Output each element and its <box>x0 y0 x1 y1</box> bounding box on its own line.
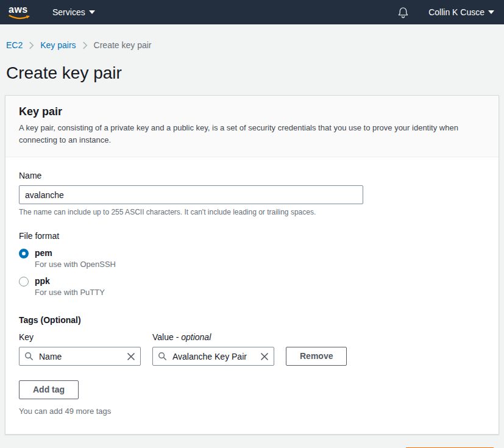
radio-pem-label: pem <box>35 248 116 258</box>
aws-smile-icon <box>9 15 32 20</box>
user-name: Collin K Cusce <box>428 7 484 17</box>
tag-key-label: Key <box>19 332 141 342</box>
user-account-menu[interactable]: Collin K Cusce <box>428 7 494 17</box>
topnav-right-group: Collin K Cusce <box>397 7 495 18</box>
name-field-label: Name <box>19 171 486 180</box>
close-icon <box>127 352 135 361</box>
remove-tag-button[interactable]: Remove <box>286 347 347 366</box>
key-pair-name-input[interactable] <box>19 185 363 204</box>
clear-value-button[interactable] <box>260 352 269 361</box>
page-title: Create key pair <box>6 63 504 83</box>
panel-header: Key pair A key pair, consisting of a pri… <box>5 96 499 157</box>
search-icon <box>158 352 167 361</box>
breadcrumb-separator-icon <box>82 41 88 49</box>
radio-ppk-label: ppk <box>35 276 105 286</box>
radio-unselected-icon[interactable] <box>19 277 29 286</box>
breadcrumb-current: Create key pair <box>94 40 152 50</box>
services-menu-label: Services <box>52 7 85 17</box>
breadcrumb-link-ec2[interactable]: EC2 <box>6 40 23 50</box>
tag-value-label: Value - optional <box>152 332 274 342</box>
tag-key-input[interactable] <box>38 351 122 362</box>
tags-section-label: Tags (Optional) <box>19 315 486 325</box>
radio-option-ppk[interactable]: ppk For use with PuTTY <box>19 276 486 297</box>
breadcrumb: EC2 Key pairs Create key pair <box>6 40 504 50</box>
radio-pem-description: For use with OpenSSH <box>35 260 116 269</box>
tags-row: Key Value - optional <box>19 332 486 366</box>
radio-ppk-description: For use with PuTTY <box>35 288 105 297</box>
panel-description: A key pair, consisting of a private key … <box>19 122 486 146</box>
name-field-help-text: The name can include up to 255 ASCII cha… <box>19 208 486 216</box>
search-icon <box>24 352 34 361</box>
radio-selected-icon[interactable] <box>19 249 29 258</box>
radio-option-pem[interactable]: pem For use with OpenSSH <box>19 248 486 269</box>
aws-logo-text: aws <box>9 4 32 15</box>
chevron-down-icon <box>89 10 95 14</box>
tag-value-input-wrap <box>152 347 274 366</box>
tag-value-input[interactable] <box>171 351 256 362</box>
breadcrumb-link-key-pairs[interactable]: Key pairs <box>40 40 76 50</box>
add-tag-button[interactable]: Add tag <box>19 380 79 399</box>
breadcrumb-separator-icon <box>29 41 34 49</box>
panel-body: Name The name can include up to 255 ASCI… <box>5 157 499 434</box>
panel-title: Key pair <box>19 105 486 118</box>
chevron-down-icon <box>488 10 494 14</box>
key-pair-panel: Key pair A key pair, consisting of a pri… <box>5 95 499 435</box>
tag-key-input-wrap <box>19 347 141 366</box>
aws-logo[interactable]: aws <box>9 4 32 20</box>
close-icon <box>260 352 269 361</box>
tags-remaining-note: You can add 49 more tags <box>19 407 486 416</box>
services-menu[interactable]: Services <box>52 7 95 17</box>
notifications-bell-icon[interactable] <box>397 7 409 18</box>
top-navigation-bar: aws Services Collin K Cusce <box>0 0 504 24</box>
tag-value-optional-label: optional <box>181 332 211 342</box>
file-format-label: File format <box>19 231 486 241</box>
clear-key-button[interactable] <box>127 352 135 361</box>
